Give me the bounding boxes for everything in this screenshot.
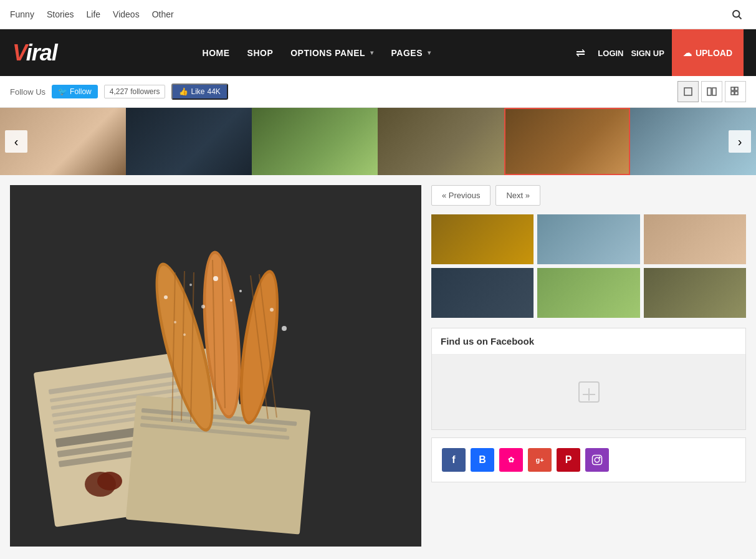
share-googleplus-button[interactable]: g+ bbox=[528, 448, 552, 472]
svg-line-1 bbox=[739, 16, 741, 19]
follow-bar: Follow Us 🐦 Follow 4,227 followers 👍 Lik… bbox=[0, 76, 756, 108]
auth-links: LOGIN SIGN UP bbox=[593, 48, 664, 58]
shuffle-button[interactable]: ⇌ bbox=[576, 46, 585, 60]
share-instagram-button[interactable] bbox=[585, 448, 609, 472]
logo-v: V bbox=[12, 40, 26, 65]
upload-icon: ☁ bbox=[683, 48, 692, 58]
carousel-item-4[interactable] bbox=[378, 108, 504, 175]
main-header: Viral HOME SHOP OPTIONS PANEL ▾ PAGES ▾ … bbox=[0, 29, 756, 76]
svg-rect-3 bbox=[707, 88, 711, 95]
thumbnail-5[interactable] bbox=[537, 268, 639, 318]
header-right: ⇌ LOGIN SIGN UP ☁ UPLOAD bbox=[576, 29, 744, 76]
pages-caret: ▾ bbox=[428, 49, 431, 56]
thumbnail-4[interactable] bbox=[431, 268, 534, 318]
nav-link-videos[interactable]: Videos bbox=[113, 9, 140, 19]
top-nav-links: Funny Stories Life Videos Other bbox=[10, 9, 174, 19]
facebook-placeholder bbox=[432, 355, 745, 429]
nav-link-stories[interactable]: Stories bbox=[47, 9, 74, 19]
thumbnail-grid bbox=[431, 214, 746, 318]
nav-pages[interactable]: PAGES ▾ bbox=[384, 43, 439, 63]
share-pinterest-button[interactable]: P bbox=[557, 448, 580, 472]
main-image bbox=[10, 185, 421, 547]
svg-rect-4 bbox=[712, 88, 716, 95]
facebook-box: Find us on Facebook bbox=[431, 328, 746, 430]
thumbnail-6[interactable] bbox=[644, 268, 746, 318]
main-nav: HOME SHOP OPTIONS PANEL ▾ PAGES ▾ bbox=[195, 43, 439, 63]
next-button[interactable]: Next » bbox=[495, 185, 540, 206]
login-link[interactable]: LOGIN bbox=[598, 49, 623, 58]
svg-point-44 bbox=[270, 308, 274, 312]
carousel-next-button[interactable]: › bbox=[729, 130, 751, 153]
twitter-icon: 🐦 bbox=[58, 87, 67, 96]
svg-point-54 bbox=[595, 457, 600, 462]
share-flickr-button[interactable]: ✿ bbox=[499, 448, 523, 472]
facebook-like-button[interactable]: 👍 Like 44K bbox=[171, 84, 227, 100]
follow-us-label: Follow Us bbox=[10, 87, 45, 97]
view-double-button[interactable] bbox=[701, 81, 722, 102]
logo-rest: iral bbox=[26, 40, 57, 65]
search-icon[interactable] bbox=[727, 5, 746, 24]
svg-point-0 bbox=[733, 11, 740, 17]
nav-shop[interactable]: SHOP bbox=[240, 43, 281, 63]
svg-rect-8 bbox=[735, 92, 738, 95]
signup-link[interactable]: SIGN UP bbox=[631, 49, 664, 58]
follow-left: Follow Us 🐦 Follow 4,227 followers 👍 Lik… bbox=[10, 84, 228, 100]
carousel-item-2[interactable] bbox=[126, 108, 252, 175]
svg-point-42 bbox=[201, 305, 205, 308]
svg-rect-5 bbox=[731, 87, 734, 90]
fb-like-icon: 👍 bbox=[179, 87, 188, 96]
nav-link-other[interactable]: Other bbox=[152, 9, 174, 19]
nav-link-life[interactable]: Life bbox=[87, 9, 101, 19]
svg-point-45 bbox=[174, 321, 176, 323]
nav-link-funny[interactable]: Funny bbox=[10, 9, 34, 19]
svg-point-47 bbox=[183, 333, 186, 336]
thumbnail-1[interactable] bbox=[431, 214, 534, 264]
social-share-buttons: f B ✿ g+ P bbox=[431, 437, 746, 482]
carousel-item-3[interactable] bbox=[252, 108, 378, 175]
svg-rect-7 bbox=[731, 92, 734, 95]
nav-options-panel[interactable]: OPTIONS PANEL ▾ bbox=[283, 43, 381, 63]
svg-point-38 bbox=[164, 295, 168, 299]
upload-button[interactable]: ☁ UPLOAD bbox=[672, 29, 744, 76]
prev-button[interactable]: « Previous bbox=[431, 185, 490, 206]
thumbnail-2[interactable] bbox=[537, 214, 639, 264]
svg-point-40 bbox=[213, 276, 218, 281]
carousel-inner bbox=[0, 108, 756, 175]
followers-count: 4,227 followers bbox=[104, 85, 166, 98]
svg-point-39 bbox=[189, 284, 192, 286]
svg-rect-53 bbox=[593, 456, 602, 465]
nav-buttons: « Previous Next » bbox=[431, 185, 746, 206]
share-facebook-button[interactable]: f bbox=[442, 448, 466, 472]
main-image-wrap bbox=[10, 185, 421, 547]
view-toggles bbox=[677, 81, 746, 102]
svg-point-43 bbox=[230, 299, 232, 302]
svg-point-41 bbox=[239, 290, 242, 292]
logo[interactable]: Viral bbox=[12, 40, 57, 66]
carousel-item-5[interactable] bbox=[504, 108, 630, 175]
facebook-box-header: Find us on Facebook bbox=[432, 328, 745, 355]
carousel-prev-button[interactable]: ‹ bbox=[5, 130, 27, 153]
share-behance-button[interactable]: B bbox=[471, 448, 494, 472]
top-navigation: Funny Stories Life Videos Other bbox=[0, 0, 756, 29]
twitter-follow-button[interactable]: 🐦 Follow bbox=[52, 85, 98, 98]
content-area: « Previous Next » bbox=[0, 175, 756, 557]
carousel: ‹ › bbox=[0, 108, 756, 175]
options-panel-caret: ▾ bbox=[370, 49, 374, 56]
svg-point-46 bbox=[282, 326, 287, 331]
svg-rect-6 bbox=[735, 87, 738, 90]
sidebar: « Previous Next » bbox=[431, 185, 746, 547]
svg-point-55 bbox=[599, 457, 600, 458]
view-single-button[interactable] bbox=[677, 81, 699, 102]
view-grid-button[interactable] bbox=[725, 81, 746, 102]
thumbnail-3[interactable] bbox=[644, 214, 746, 264]
svg-point-49 bbox=[97, 472, 122, 490]
nav-home[interactable]: HOME bbox=[195, 43, 237, 63]
svg-rect-2 bbox=[684, 88, 692, 95]
